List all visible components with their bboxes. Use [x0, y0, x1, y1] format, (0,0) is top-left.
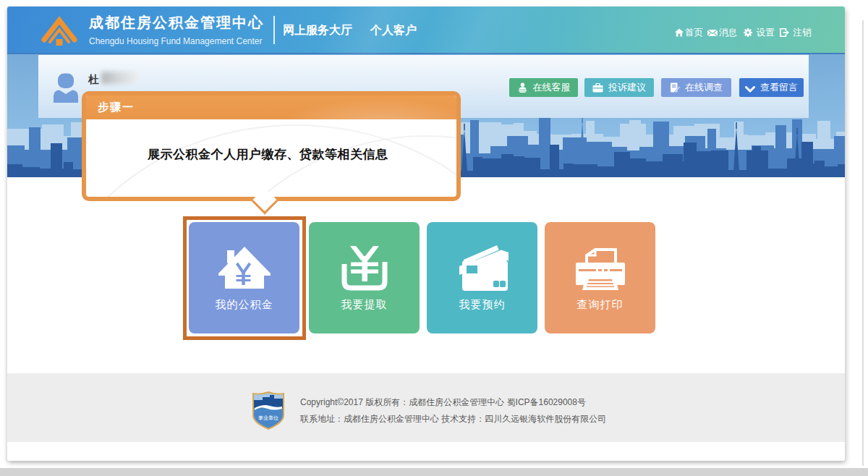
svg-text:事业单位: 事业单位	[258, 415, 278, 420]
